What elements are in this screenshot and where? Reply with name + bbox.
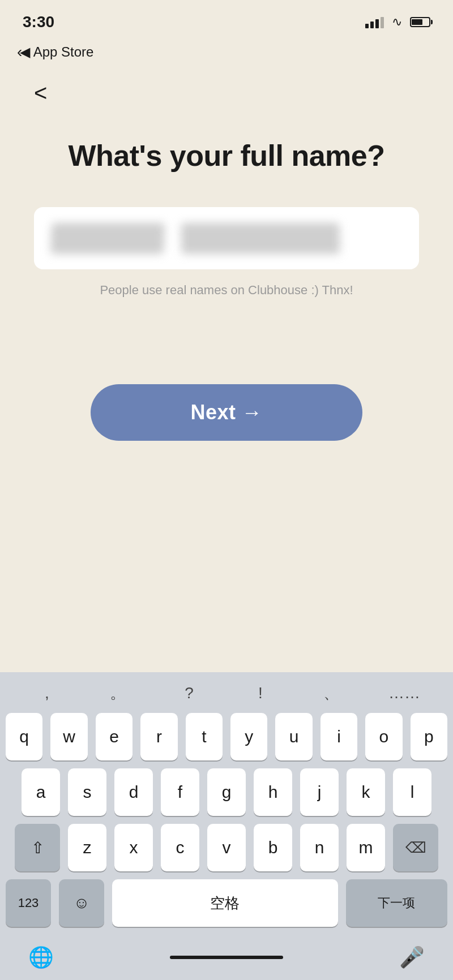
status-bar: 3:30 ∿ bbox=[0, 0, 453, 40]
next-button-label: Next → bbox=[190, 401, 262, 424]
keyboard: , 。 ? ! 、 …… q w e r t y u i o p a s d f… bbox=[0, 672, 453, 980]
wifi-icon: ∿ bbox=[392, 15, 402, 29]
battery-icon bbox=[410, 17, 430, 27]
app-store-label: ◀ App Store bbox=[20, 44, 93, 60]
blurred-last-name bbox=[181, 223, 340, 254]
numbers-key[interactable]: 123 bbox=[6, 879, 51, 927]
keyboard-bottom-row: 123 ☺ 空格 下一项 bbox=[0, 879, 453, 927]
blurred-first-name bbox=[50, 223, 165, 254]
key-l[interactable]: l bbox=[393, 768, 431, 816]
key-g[interactable]: g bbox=[207, 768, 246, 816]
key-e[interactable]: e bbox=[96, 713, 133, 760]
keyboard-row-2: a s d f g h j k l bbox=[0, 768, 453, 816]
next-button[interactable]: Next → bbox=[91, 384, 362, 441]
keyboard-row-3: ⇧ z x c v b n m ⌫ bbox=[0, 824, 453, 871]
name-input-blurred-overlay bbox=[34, 207, 419, 269]
key-j[interactable]: j bbox=[300, 768, 339, 816]
key-q[interactable]: q bbox=[6, 713, 42, 760]
keyboard-accessory-bar: 🌐 🎤 bbox=[0, 935, 453, 980]
keyboard-row-1: q w e r t y u i o p bbox=[0, 713, 453, 760]
key-period-cn[interactable]: 。 bbox=[104, 682, 132, 704]
key-t[interactable]: t bbox=[186, 713, 223, 760]
globe-icon[interactable]: 🌐 bbox=[28, 945, 54, 969]
key-question[interactable]: ? bbox=[175, 684, 203, 702]
status-icons: ∿ bbox=[365, 15, 430, 29]
key-h[interactable]: h bbox=[254, 768, 292, 816]
shift-icon: ⇧ bbox=[31, 839, 44, 857]
delete-icon: ⌫ bbox=[405, 839, 426, 857]
hint-text: People use real names on Clubhouse :) Th… bbox=[100, 281, 353, 299]
key-m[interactable]: m bbox=[347, 824, 385, 871]
key-pause-cn[interactable]: 、 bbox=[317, 682, 345, 704]
key-x[interactable]: x bbox=[114, 824, 153, 871]
key-u[interactable]: u bbox=[275, 713, 312, 760]
back-button[interactable]: < bbox=[34, 76, 47, 110]
key-v[interactable]: v bbox=[207, 824, 246, 871]
app-store-back-button[interactable]: ‹ ◀ App Store bbox=[17, 44, 93, 60]
space-key[interactable]: 空格 bbox=[112, 879, 338, 927]
main-content: < What's your full name? People use real… bbox=[0, 65, 453, 452]
microphone-icon[interactable]: 🎤 bbox=[399, 945, 425, 969]
page-title: What's your full name? bbox=[69, 138, 385, 173]
key-ellipsis-cn[interactable]: …… bbox=[388, 684, 420, 702]
home-indicator bbox=[170, 956, 283, 959]
key-z[interactable]: z bbox=[68, 824, 106, 871]
key-n[interactable]: n bbox=[300, 824, 339, 871]
key-c[interactable]: c bbox=[161, 824, 199, 871]
name-input-field[interactable] bbox=[34, 207, 419, 269]
key-b[interactable]: b bbox=[254, 824, 292, 871]
signal-icon bbox=[365, 16, 384, 28]
key-comma[interactable]: , bbox=[33, 684, 61, 702]
key-s[interactable]: s bbox=[68, 768, 106, 816]
key-a[interactable]: a bbox=[22, 768, 60, 816]
key-k[interactable]: k bbox=[347, 768, 385, 816]
keyboard-special-row: , 。 ? ! 、 …… bbox=[0, 678, 453, 713]
delete-key[interactable]: ⌫ bbox=[393, 824, 438, 871]
keyboard-next-key[interactable]: 下一项 bbox=[346, 879, 447, 927]
key-y[interactable]: y bbox=[230, 713, 267, 760]
shift-key[interactable]: ⇧ bbox=[15, 824, 60, 871]
key-o[interactable]: o bbox=[365, 713, 402, 760]
status-time: 3:30 bbox=[23, 13, 54, 31]
emoji-key[interactable]: ☺ bbox=[59, 879, 104, 927]
key-p[interactable]: p bbox=[411, 713, 447, 760]
key-d[interactable]: d bbox=[114, 768, 153, 816]
key-w[interactable]: w bbox=[50, 713, 87, 760]
app-store-bar: ‹ ◀ App Store bbox=[0, 40, 453, 65]
key-f[interactable]: f bbox=[161, 768, 199, 816]
key-exclaim[interactable]: ! bbox=[246, 684, 275, 702]
key-r[interactable]: r bbox=[140, 713, 177, 760]
key-i[interactable]: i bbox=[320, 713, 357, 760]
